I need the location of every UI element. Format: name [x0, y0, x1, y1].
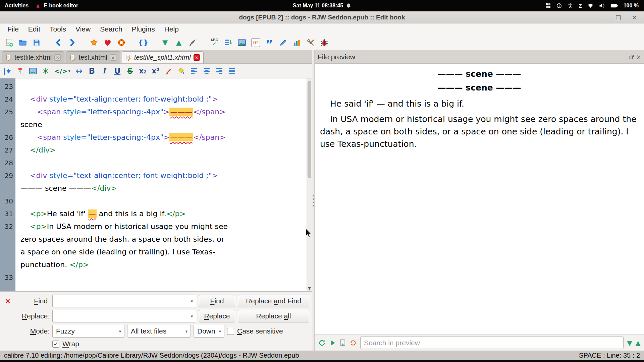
- underline-icon[interactable]: U: [113, 66, 121, 76]
- code-line[interactable]: 33: [0, 271, 307, 284]
- check-book-tools-icon[interactable]: [306, 38, 316, 48]
- replace-and-find-button[interactable]: Replace and Find: [238, 295, 309, 307]
- close-window-button[interactable]: ×: [631, 14, 638, 21]
- help-lifebuoy-icon[interactable]: [116, 38, 126, 48]
- code-line[interactable]: 29 <div style="text-align:center; font-w…: [0, 169, 307, 182]
- code-line[interactable]: 23: [0, 80, 307, 93]
- battery-icon[interactable]: [610, 4, 618, 8]
- wifi-icon[interactable]: [588, 3, 593, 8]
- fix-html-pen-icon[interactable]: [278, 38, 288, 48]
- arrange-files-icon[interactable]: [223, 38, 233, 48]
- tab-test.xhtml[interactable]: test.xhtml ×: [66, 51, 120, 63]
- volume-icon[interactable]: [599, 3, 605, 8]
- code-line[interactable]: 31 <p>He said 'if' — and this is a big i…: [0, 207, 307, 220]
- checkpoint-star-icon[interactable]: [89, 38, 99, 48]
- menu-tools[interactable]: Tools: [45, 24, 71, 34]
- checkbox-box[interactable]: [227, 328, 234, 335]
- code-line[interactable]: 28: [0, 157, 307, 169]
- redo-icon[interactable]: [67, 38, 77, 48]
- combo-arrow-icon[interactable]: ▾: [188, 299, 196, 304]
- swap-tag-icon[interactable]: ↔: [75, 66, 83, 76]
- code-line[interactable]: a space on one side (leading or trailing…: [0, 246, 307, 258]
- close-preview-icon[interactable]: ×: [636, 54, 641, 60]
- scrollbar-down-arrow[interactable]: ▼: [307, 286, 312, 291]
- reports-chart-icon[interactable]: [292, 38, 302, 48]
- search-prev-icon[interactable]: ▲: [636, 339, 641, 347]
- bold-icon[interactable]: B: [88, 66, 96, 76]
- code-editor[interactable]: 23 24 <div style="text-align:center; fon…: [0, 78, 312, 291]
- tab-testfile_split1.xhtml[interactable]: testfile_split1.xhtml ×: [122, 51, 204, 63]
- save-icon[interactable]: [32, 38, 42, 48]
- donate-heart-icon[interactable]: [103, 38, 113, 48]
- menu-plugins[interactable]: Plugins: [127, 24, 160, 34]
- tab-testfile.xhtml[interactable]: testfile.xhtml ×: [2, 51, 64, 63]
- background-color-icon[interactable]: [177, 66, 185, 76]
- undo-icon[interactable]: [53, 38, 63, 48]
- wrap-checkbox[interactable]: ✓ Wrap: [52, 340, 79, 348]
- menu-edit[interactable]: Edit: [23, 24, 45, 34]
- search-next-icon[interactable]: ▼: [627, 339, 632, 347]
- pane-splitter[interactable]: [312, 50, 315, 351]
- debug-bug-icon[interactable]: [319, 38, 329, 48]
- braces-icon[interactable]: {}: [138, 38, 148, 48]
- beautify-rose-icon[interactable]: [16, 66, 24, 76]
- find-input[interactable]: [53, 295, 188, 307]
- editor-scrollbar[interactable]: ▼: [307, 78, 312, 291]
- find-input-combo[interactable]: ▾: [52, 295, 196, 307]
- run-preview-icon[interactable]: [329, 340, 336, 346]
- maximize-button[interactable]: □: [614, 14, 622, 21]
- clock-button[interactable]: Sat May 11 08:38:45: [293, 3, 351, 9]
- menu-view[interactable]: View: [71, 24, 95, 34]
- mode-select[interactable]: Fuzzy ▾: [52, 325, 124, 338]
- accessibility-tray-icon[interactable]: [568, 3, 573, 8]
- direction-select[interactable]: Down ▾: [194, 325, 224, 338]
- align-justify-icon[interactable]: [228, 66, 236, 76]
- menu-help[interactable]: Help: [160, 24, 183, 34]
- superscript-icon[interactable]: x²: [152, 66, 160, 76]
- code-line[interactable]: scene: [0, 118, 307, 131]
- scrollbar-thumb[interactable]: [308, 81, 311, 178]
- menu-file[interactable]: File: [3, 24, 23, 34]
- italic-icon[interactable]: I: [101, 66, 109, 76]
- arrow-up-icon[interactable]: ▲: [174, 38, 184, 48]
- app-indicator[interactable]: E-book editor: [35, 3, 78, 9]
- sync-preview-icon[interactable]: [350, 339, 357, 347]
- code-line[interactable]: 32 <p>In USA modern or historical usage …: [0, 220, 307, 233]
- case-sensitive-checkbox[interactable]: Case sensitive: [227, 327, 283, 335]
- code-line[interactable]: 25 <span style="letter-spacing:-4px">———…: [0, 106, 307, 118]
- refresh-preview-icon[interactable]: [318, 339, 326, 347]
- detach-preview-icon[interactable]: [629, 55, 634, 59]
- replace-all-button[interactable]: Replace all: [238, 310, 309, 322]
- arrow-down-icon[interactable]: ▼: [160, 38, 170, 48]
- new-file-icon[interactable]: [4, 38, 14, 48]
- image-icon[interactable]: [237, 38, 247, 48]
- text-color-brush-icon[interactable]: [164, 66, 172, 76]
- scope-select[interactable]: All text files ▾: [127, 325, 191, 338]
- combo-arrow-icon[interactable]: ▾: [188, 314, 196, 319]
- insert-image-icon[interactable]: [29, 66, 37, 76]
- align-center-icon[interactable]: [203, 66, 211, 76]
- code-line[interactable]: 24 <div style="text-align:center; font-w…: [0, 93, 307, 106]
- manage-fonts-icon[interactable]: TTF: [251, 38, 261, 48]
- strikethrough-icon[interactable]: S: [126, 66, 134, 76]
- code-line[interactable]: 26 <span style="letter-spacing:-4px">———…: [0, 131, 307, 144]
- align-left-icon[interactable]: [190, 66, 198, 76]
- tab-close-icon[interactable]: ×: [194, 54, 200, 61]
- extensions-tray-icon[interactable]: [545, 3, 551, 8]
- code-line[interactable]: punctuation. </p>: [0, 258, 307, 271]
- window-title-bar[interactable]: dogs [EPUB 2] :: dogs - RJW Seddon.epub …: [0, 11, 644, 23]
- close-find-panel-icon[interactable]: ×: [3, 297, 12, 305]
- subscript-icon[interactable]: x₂: [139, 66, 147, 76]
- replace-input-combo[interactable]: ▾: [52, 310, 196, 322]
- code-line[interactable]: 30: [0, 195, 307, 207]
- preview-content[interactable]: ——— scene —————— scene ———He said 'if' —…: [315, 64, 644, 335]
- tab-close-icon[interactable]: ×: [110, 54, 116, 61]
- open-in-browser-icon[interactable]: [339, 339, 346, 347]
- insert-hyperlink-icon[interactable]: [42, 66, 50, 76]
- keyboard-layout-indicator[interactable]: Z: [579, 3, 582, 9]
- update-tray-icon[interactable]: [556, 3, 562, 8]
- smarten-punctuation-icon[interactable]: ”: [264, 39, 274, 49]
- replace-input[interactable]: [53, 310, 188, 322]
- open-book-icon[interactable]: [18, 38, 28, 48]
- code-line[interactable]: zero spaces around the dash, a space on …: [0, 233, 307, 246]
